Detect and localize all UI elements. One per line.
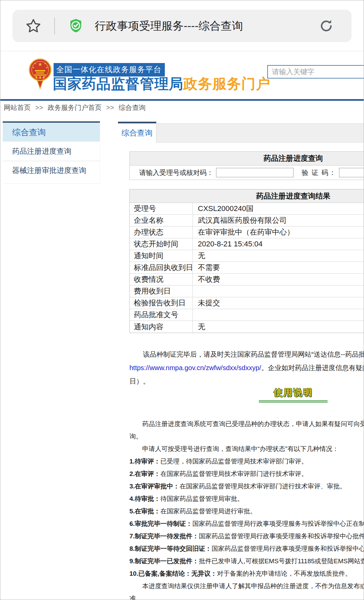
usage-line-term: 1.待审评： [129, 458, 160, 465]
usage-line-text: 对于备案的补充申请结论，不再发放纸质批件。 [217, 570, 352, 577]
address-bar[interactable]: 行政事项受理服务----综合查询 [12, 10, 352, 42]
breadcrumb: 网站首页 >> 政务服务门户首页 >> 综合查询 [4, 103, 146, 112]
usage-line-term: 9.制证完毕一已发批件： [129, 558, 199, 565]
usage-line-text: 待国家药品监督管理局审批。 [160, 495, 244, 502]
row-label: 费用收到日 [130, 286, 193, 297]
usage-line: 9.制证完毕一已发批件：批件已发申请人,可根据EMS号拨打11185或登陆EMS… [129, 555, 364, 567]
row-value: 不需要 [193, 262, 364, 273]
usage-line: 申请人可按受理号进行查询，查询结果中“办理状态”有以下几种情况： [129, 443, 364, 455]
row-value [193, 309, 364, 321]
usage-line-text: 药品注册进度查询系统可查询已受理品种的办理状态，申请人如果有疑问可向受理申 [129, 420, 364, 427]
table-row: 标准品回执收到日 不需要 [130, 262, 364, 274]
table-row: 通知时间 无 [130, 250, 364, 262]
notice-line-1: 该品种制证完毕后，请及时关注国家药品监督管理局网站“送达信息--药品批件发布”，… [129, 348, 364, 361]
notice-line-2: https://www.nmpa.gov.cn/zwfw/sdxx/sdxxyp… [129, 361, 364, 374]
notice-line-2-text: 。企业如对药品注册进度信息有疑问，请 [261, 364, 364, 371]
usage-line-term: 6.审批完毕一待制证： [129, 520, 192, 527]
breadcrumb-separator: >> [106, 104, 114, 111]
row-value: 在审评审批中（在药审中心） [193, 227, 364, 238]
usage-line: 询。 [129, 430, 364, 443]
usage-line-text: 准。 [129, 595, 142, 600]
portal-name: 政务服务门户 [183, 76, 270, 92]
tab-integrated-query[interactable]: 综合查询 [118, 122, 156, 143]
usage-line-term: 5.在审批： [129, 508, 160, 515]
svg-text:★: ★ [34, 62, 36, 65]
usage-line-text: 申请人可按受理号进行查询，查询结果中“办理状态”有以下几种情况： [129, 445, 339, 452]
table-row: 受理号 CXSL2000240国 [130, 203, 364, 215]
usage-line-text: 询。 [129, 433, 142, 440]
usage-line-term: 2.在审评： [129, 470, 160, 477]
toolbar-divider [54, 18, 55, 34]
acceptance-number-label: 请输入受理号或核对码： [139, 168, 213, 177]
usage-line: 本进度查询结果仅供注册申请人了解其申报品种的注册进度，不作为信息发布或任何 [129, 580, 364, 592]
site-name: 国家药品监督管理局 [53, 76, 183, 92]
usage-line-term: 3.在审评审批中： [129, 483, 180, 490]
result-table: 药品注册进度查询结果 受理号 CXSL2000240国 企业名称 武汉真福医药股… [129, 189, 364, 333]
sidebar-item[interactable]: 药品注册进度查询 [3, 142, 100, 161]
usage-line-text: 在国家药品监督管理局技术审评部门进行技术审评。 [160, 470, 308, 477]
usage-line: 药品注册进度查询系统可查询已受理品种的办理状态，申请人如果有疑问可向受理申 [129, 418, 364, 430]
svg-text:★: ★ [32, 66, 34, 69]
sidebar-item[interactable]: 器械注册审批进度查询 [3, 161, 100, 180]
usage-line-text: 国家药品监督管理局行政事项受理服务和投诉举报中心批件制 [199, 533, 364, 540]
china-national-emblem-icon: ★ ★ ★ ★ ★ [29, 56, 52, 89]
usage-line-text: 已受理，待国家药品监督管理局技术审评部门审评。 [160, 458, 308, 465]
usage-line: 准。 [129, 592, 364, 600]
usage-line: 3.在审评审批中：在国家药品监督管理局技术审评部门进行技术审评、审批。 [129, 480, 364, 492]
usage-line-term: 4.待审批： [129, 495, 160, 502]
site-title: 国家药品监督管理局政务服务门户 [53, 74, 270, 93]
table-row: 办理状态 在审评审批中（在药审中心） [130, 227, 364, 238]
breadcrumb-home-link[interactable]: 网站首页 [4, 104, 31, 111]
row-value: 无 [193, 250, 364, 262]
usage-line: 2.在审评：在国家药品监督管理局技术审评部门进行技术审评。 [129, 468, 364, 480]
table-row: 企业名称 武汉真福医药股份有限公司 [130, 215, 364, 227]
table-row: 药品批准文号 [130, 309, 364, 321]
table-row: 收费情况 不收费 [130, 274, 364, 286]
row-value: 未提交 [193, 297, 364, 309]
usage-line-text: 国家药品监督管理局行政事项受理服务和投诉举报中心 [212, 545, 364, 552]
usage-line: 8.制证完毕一等待交回旧证：国家药品监督管理局行政事项受理服务和投诉举报中心 [129, 542, 364, 555]
row-value: 2020-8-21 15:45:04 [193, 238, 364, 250]
row-label: 药品批准文号 [130, 309, 193, 321]
row-label: 收费情况 [130, 274, 193, 285]
refresh-icon[interactable] [318, 18, 334, 34]
row-label: 通知时间 [130, 250, 193, 262]
breadcrumb-separator: >> [35, 104, 43, 111]
notice-line-3: 日）。 [129, 374, 364, 388]
usage-header: 使用说明 [129, 387, 364, 402]
usage-line-text: 国家药品监督管理局行政事项受理服务与投诉举报中心正在制 [192, 520, 364, 527]
svg-text:★: ★ [44, 62, 46, 65]
row-label: 检验报告收到日 [130, 297, 193, 309]
sidebar: 综合查询 药品注册进度查询 器械注册审批进度查询 [3, 121, 100, 184]
search-input[interactable] [267, 65, 364, 79]
usage-title-badge: 使用说明 [259, 387, 328, 402]
usage-line: 1.待审评：已受理，待国家药品监督管理局技术审评部门审评。 [129, 455, 364, 468]
row-value: 无 [193, 321, 364, 333]
usage-instructions: 药品注册进度查询系统可查询已受理品种的办理状态，申请人如果有疑问可向受理申 询。… [129, 418, 364, 600]
captcha-input[interactable] [339, 168, 364, 177]
usage-line-term: 7.制证完毕一待发批件： [129, 533, 199, 540]
table-row: 费用收到日 [130, 286, 364, 297]
query-panel: 药品注册进度查询 请输入受理号或核对码： 验 证 码： [129, 151, 364, 180]
usage-line-term: 10.已备案,备案结论：无异议： [129, 570, 217, 577]
row-value: 不收费 [193, 274, 364, 285]
svg-text:★: ★ [46, 66, 48, 69]
security-shield-icon[interactable] [68, 18, 83, 34]
query-form: 请输入受理号或核对码： 验 证 码： [130, 166, 364, 180]
row-label: 企业名称 [130, 215, 193, 226]
page-title: 行政事项受理服务----综合查询 [95, 19, 243, 34]
tab-strip [156, 123, 364, 143]
usage-line: 4.待审批：待国家药品监督管理局审批。 [129, 492, 364, 505]
usage-line: 7.制证完毕一待发批件：国家药品监督管理局行政事项受理服务和投诉举报中心批件制 [129, 530, 364, 542]
row-value [193, 286, 364, 297]
breadcrumb-portal-link[interactable]: 政务服务门户首页 [48, 104, 101, 111]
nmpa-link[interactable]: https://www.nmpa.gov.cn/zwfw/sdxx/sdxxyp… [129, 364, 261, 371]
query-panel-title: 药品注册进度查询 [130, 152, 364, 166]
captcha-label: 验 证 码： [302, 168, 336, 177]
usage-line: 5.在审批：在国家药品监督管理局进行审批。 [129, 505, 364, 517]
acceptance-number-input[interactable] [216, 168, 294, 177]
row-label: 状态开始时间 [130, 238, 193, 250]
row-label: 受理号 [130, 203, 193, 214]
bookmark-star-icon[interactable] [25, 18, 41, 34]
row-label: 标准品回执收到日 [130, 262, 193, 273]
